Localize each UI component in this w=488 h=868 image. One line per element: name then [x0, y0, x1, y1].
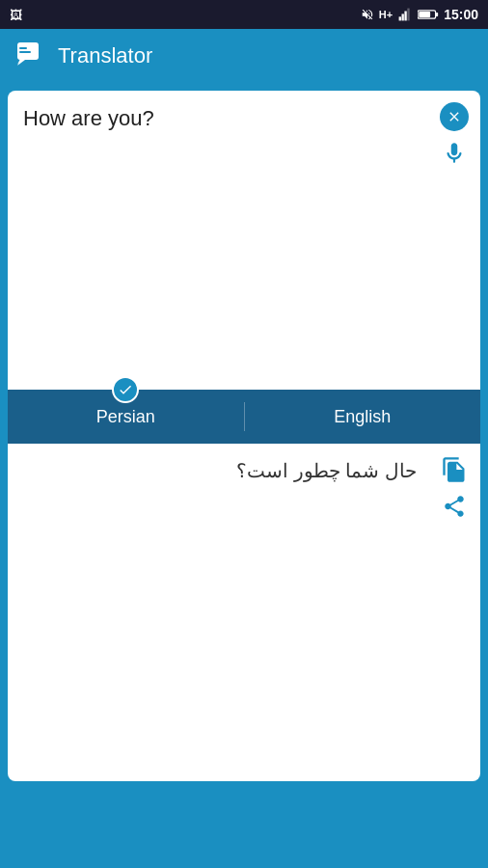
target-language-label: English [334, 407, 391, 427]
output-card: حال شما چطور است؟ [8, 444, 480, 781]
share-button[interactable] [440, 492, 469, 521]
app-logo-icon [15, 41, 46, 71]
battery-icon [418, 9, 439, 20]
source-language-label: Persian [96, 407, 155, 427]
status-time: 15:00 [444, 7, 478, 22]
share-icon [442, 494, 467, 519]
svg-rect-3 [408, 9, 410, 21]
svg-rect-2 [405, 12, 407, 21]
status-left-icons: 🖼 [10, 8, 22, 22]
main-content: How are you? Persian [0, 83, 488, 789]
copy-button[interactable] [440, 455, 469, 484]
microphone-icon [442, 141, 467, 166]
output-text: حال شما چطور است؟ [23, 459, 417, 482]
app-bar: Translator [0, 29, 488, 83]
active-language-indicator [112, 376, 139, 403]
status-bar: 🖼 H+ 15:00 [0, 0, 488, 29]
svg-rect-5 [436, 13, 438, 16]
close-icon [447, 109, 462, 124]
mute-icon [361, 8, 374, 21]
copy-icon [441, 456, 468, 483]
source-language-button[interactable]: Persian [8, 390, 244, 444]
svg-rect-13 [19, 51, 31, 53]
target-language-button[interactable]: English [245, 390, 481, 444]
check-icon [118, 382, 133, 397]
network-icon: H+ [379, 9, 393, 20]
clear-button[interactable] [440, 102, 469, 131]
svg-rect-12 [19, 47, 27, 49]
signal-icon [397, 8, 413, 21]
svg-rect-0 [399, 16, 401, 20]
app-title: Translator [58, 43, 152, 68]
input-text[interactable]: How are you? [23, 106, 426, 131]
mic-button[interactable] [440, 139, 469, 168]
svg-rect-1 [402, 14, 404, 20]
language-bar: Persian English [8, 390, 480, 444]
svg-rect-6 [419, 12, 430, 17]
status-right-icons: H+ 15:00 [361, 7, 478, 22]
input-card: How are you? [8, 91, 480, 390]
gallery-icon: 🖼 [10, 8, 22, 22]
